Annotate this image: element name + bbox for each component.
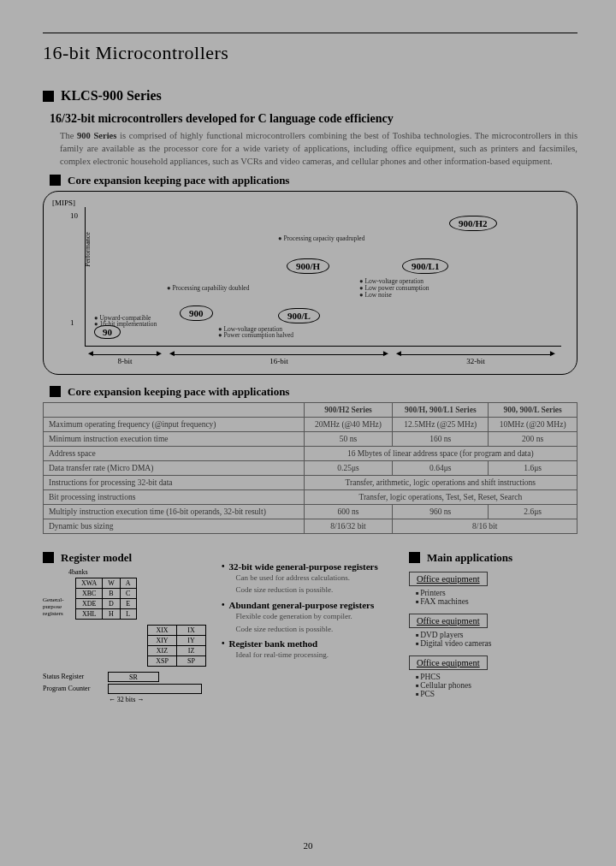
applications-list: Office equipmentPrintersFAX machinesOffi… [409, 568, 578, 698]
chart-node-900l1: 900/L1 [402, 258, 448, 274]
square-bullet-icon [50, 175, 61, 186]
series-heading: KLCS-900 Series [61, 88, 162, 104]
square-bullet-icon [43, 91, 54, 102]
chart-node-900h: 900/H [287, 258, 329, 274]
chart-node-900l: 900/L [278, 308, 320, 323]
table-heading: Core expansion keeping pace with applica… [68, 385, 289, 399]
page-title: 16-bit Microcontrollers [43, 42, 578, 64]
x-seg: 8-bit [91, 357, 159, 365]
feature-list: •32-bit wide general-purpose registersCa… [222, 561, 397, 663]
chart-node-900: 900 [180, 305, 213, 321]
intro-heading: 16/32-bit microcontrollers developed for… [50, 112, 578, 126]
x-seg: 32-bit [399, 357, 553, 365]
y-axis-unit: [MIPS] [52, 199, 75, 207]
page-number: 20 [0, 840, 616, 851]
expansion-heading: Core expansion keeping pace with applica… [68, 174, 289, 187]
square-bullet-icon [43, 552, 54, 563]
chart-node-900h2: 900/H2 [449, 216, 497, 231]
y-axis-label: Performance [84, 232, 92, 267]
square-bullet-icon [50, 386, 61, 397]
register-model-heading: Register model [61, 551, 132, 565]
main-apps-heading: Main applications [427, 551, 512, 565]
x-seg: 16-bit [172, 357, 386, 365]
y-tick: 1 [70, 318, 74, 327]
core-expansion-chart: [MIPS] 10 1 Performance 90 900 900/H 900… [43, 191, 578, 375]
y-tick: 10 [70, 211, 78, 220]
square-bullet-icon [409, 552, 420, 563]
spec-table: 900/H2 Series900/H, 900/L1 Series900, 90… [43, 402, 578, 534]
register-model-diagram: 4banks General-purpose registers XWAWAXB… [43, 568, 210, 703]
intro-body: The 900 Series is comprised of highly fu… [60, 129, 578, 169]
